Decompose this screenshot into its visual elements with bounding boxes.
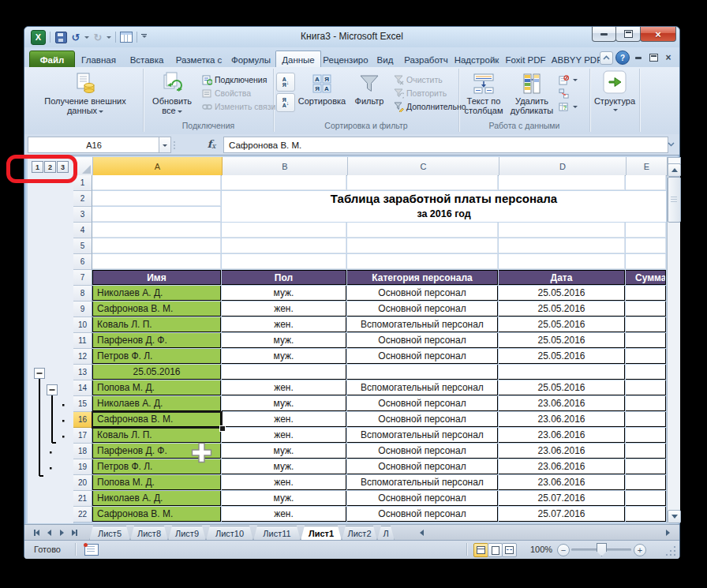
table-row-12-name[interactable]: Петров Ф. Л. <box>92 349 221 364</box>
row-header-15[interactable]: 15 <box>73 396 92 412</box>
text-to-columns-button[interactable]: Текст по столбцам <box>461 70 507 115</box>
table-row-9-sum[interactable] <box>626 301 666 316</box>
page-break-view-button[interactable] <box>502 543 517 557</box>
table-row-20-date[interactable]: 23.06.2016 <box>499 475 625 490</box>
row-header-22[interactable]: 22 <box>73 507 92 522</box>
grid-cell[interactable] <box>499 223 625 238</box>
edit-links-button[interactable]: Изменить связи <box>202 100 275 113</box>
table-row-19-gender[interactable]: муж. <box>222 459 346 474</box>
grid-cell[interactable] <box>222 254 346 269</box>
table-row-16-category[interactable]: Основной персонал <box>347 412 498 427</box>
table-row-22-gender[interactable]: жен. <box>222 507 346 522</box>
sort-button[interactable]: А Я Я А Сортировка <box>296 70 348 106</box>
table-row-11-gender[interactable]: муж. <box>222 333 346 348</box>
row-header-7[interactable]: 7 <box>73 270 92 286</box>
grid-cell[interactable] <box>499 254 625 269</box>
table-row-19-category[interactable]: Основной персонал <box>347 459 498 474</box>
table-row-22-name[interactable]: Сафронова В. М. <box>92 507 221 522</box>
sheet-subtitle[interactable]: за 2016 год <box>222 207 666 222</box>
table-row-15-sum[interactable] <box>626 396 666 411</box>
table-row-11-date[interactable]: 25.05.2016 <box>499 333 625 348</box>
formula-bar-splitter[interactable] <box>173 141 176 149</box>
table-header-Пол[interactable]: Пол <box>222 270 346 285</box>
filter-button[interactable]: Фильтр <box>350 70 389 106</box>
sheet-tab-Лист2[interactable]: Лист2 <box>342 526 377 541</box>
grid-cell[interactable] <box>347 238 498 253</box>
grid-cell[interactable] <box>92 254 221 269</box>
table-row-9-category[interactable]: Основной персонал <box>347 301 498 316</box>
first-sheet-button[interactable] <box>31 526 43 538</box>
hscroll-right-button[interactable] <box>662 526 674 538</box>
row-header-5[interactable]: 5 <box>73 238 92 254</box>
workbook-restore-button[interactable] <box>647 52 660 63</box>
table-row-10-gender[interactable]: жен. <box>222 317 346 332</box>
grid-cell[interactable] <box>347 223 498 238</box>
scroll-up-button[interactable] <box>668 163 681 177</box>
scroll-down-button[interactable] <box>668 510 681 523</box>
sheet-tab-Лист9[interactable]: Лист9 <box>168 526 206 541</box>
data-validation-button[interactable] <box>559 73 578 86</box>
sheet-title[interactable]: Таблица заработной платы персонала <box>222 191 666 207</box>
column-header-E[interactable]: E <box>627 157 668 175</box>
table-row-15-category[interactable]: Основной персонал <box>347 396 498 411</box>
grid-cell[interactable] <box>92 191 221 206</box>
table-row-9-name[interactable]: Сафронова В. М. <box>92 301 221 316</box>
grid-cell[interactable] <box>626 175 666 190</box>
consolidate-button[interactable] <box>559 87 569 99</box>
table-header-Имя[interactable]: Имя <box>92 270 221 285</box>
minimize-button[interactable] <box>592 27 616 42</box>
grid-cell[interactable] <box>626 223 666 238</box>
row-header-3[interactable]: 3 <box>73 207 92 223</box>
ribbon-tab-Надстройк[interactable]: Надстройк <box>452 51 501 69</box>
sort-ascending-button[interactable]: АЯ↓ <box>276 73 295 92</box>
table-row-21-sum[interactable] <box>626 491 666 506</box>
ribbon-tab-Разработч[interactable]: Разработч <box>400 51 452 69</box>
sheet-tab-Лист1[interactable]: Лист1 <box>301 526 342 541</box>
table-row-13-sum[interactable] <box>626 365 666 380</box>
table-row-22-category[interactable]: Основной персонал <box>347 507 498 522</box>
row-header-11[interactable]: 11 <box>73 333 92 349</box>
table-row-15-date[interactable]: 23.06.2016 <box>499 396 625 411</box>
table-row-21-date[interactable]: 25.07.2016 <box>499 491 625 506</box>
macro-record-button[interactable] <box>84 544 99 556</box>
table-row-9-date[interactable]: 25.05.2016 <box>499 301 625 316</box>
table-row-16-gender[interactable]: жен. <box>222 412 346 427</box>
table-row-12-date[interactable]: 25.05.2016 <box>499 349 625 364</box>
sheet-tab-Л[interactable]: Л <box>377 526 395 541</box>
row-header-14[interactable]: 14 <box>73 380 92 396</box>
grid-cell[interactable] <box>499 175 625 190</box>
table-header-Категория персонала[interactable]: Категория персонала <box>347 270 498 285</box>
table-row-10-category[interactable]: Вспомогательный персонал <box>347 317 498 332</box>
table-row-8-date[interactable]: 25.05.2016 <box>499 286 625 301</box>
table-row-12-sum[interactable] <box>626 349 666 364</box>
next-sheet-button[interactable] <box>56 526 68 538</box>
table-row-22-sum[interactable] <box>626 507 666 522</box>
table-row-17-category[interactable]: Вспомогательный персонал <box>347 428 498 443</box>
table-row-11-category[interactable]: Основной персонал <box>347 333 498 348</box>
table-row-8-gender[interactable]: муж. <box>222 286 346 301</box>
formula-input[interactable]: Сафронова В. М. <box>223 137 668 153</box>
table-row-20-gender[interactable]: жен. <box>222 475 346 490</box>
table-row-17-name[interactable]: Коваль Л. П. <box>92 428 221 443</box>
sheet-tab-Лист8[interactable]: Лист8 <box>130 526 168 541</box>
previous-sheet-button[interactable] <box>43 526 55 538</box>
page-layout-view-button[interactable] <box>488 543 503 557</box>
table-row-16-sum[interactable] <box>626 412 666 427</box>
sort-descending-button[interactable]: ЯА↓ <box>276 93 295 112</box>
table-row-21-gender[interactable]: муж. <box>222 491 346 506</box>
table-row-10-name[interactable]: Коваль Л. П. <box>92 317 221 332</box>
restore-button[interactable] <box>615 27 641 42</box>
table-row-16-date[interactable]: 23.06.2016 <box>499 412 625 427</box>
expand-formula-bar-button[interactable] <box>665 137 677 152</box>
table-row-20-sum[interactable] <box>626 475 666 490</box>
sheet-tab-Лист5[interactable]: Лист5 <box>89 526 130 541</box>
table-row-11-name[interactable]: Парфенов Д. Ф. <box>92 333 221 348</box>
row-header-20[interactable]: 20 <box>73 475 92 491</box>
row-header-13[interactable]: 13 <box>73 365 92 380</box>
row-header-16[interactable]: 16 <box>73 412 92 428</box>
table-row-17-sum[interactable] <box>626 428 666 443</box>
help-button[interactable]: ? <box>615 51 630 65</box>
row-header-10[interactable]: 10 <box>73 317 92 333</box>
ribbon-tab-Разметка с[interactable]: Разметка с <box>171 51 226 69</box>
row-header-4[interactable]: 4 <box>73 223 92 238</box>
